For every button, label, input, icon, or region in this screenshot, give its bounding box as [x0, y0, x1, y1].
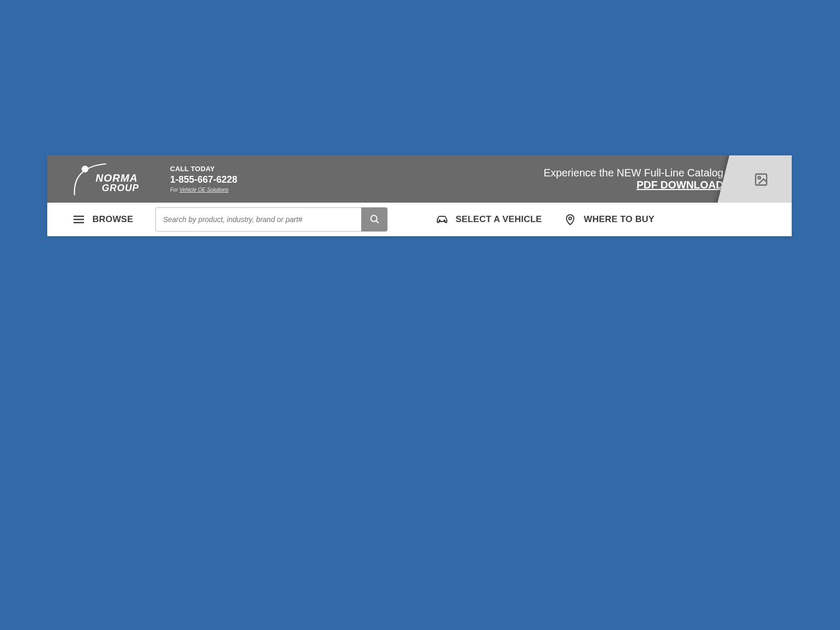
- car-icon: [436, 213, 448, 226]
- select-vehicle-label: SELECT A VEHICLE: [456, 214, 542, 225]
- call-today-block: CALL TODAY 1-855-667-6228 For Vehicle OE…: [170, 165, 237, 193]
- search-icon: [369, 214, 380, 226]
- svg-point-12: [569, 217, 572, 219]
- svg-line-9: [376, 220, 378, 223]
- site-header: NORMA GROUP CALL TODAY 1-855-667-6228 Fo…: [47, 155, 792, 236]
- browse-menu[interactable]: BROWSE: [72, 213, 133, 226]
- svg-text:GROUP: GROUP: [102, 183, 139, 193]
- where-to-buy-button[interactable]: WHERE TO BUY: [564, 213, 654, 226]
- call-label: CALL TODAY: [170, 165, 237, 173]
- navbar: BROWSE SELECT: [47, 203, 792, 236]
- brand-logo[interactable]: NORMA GROUP: [68, 161, 147, 197]
- search-form: [155, 207, 387, 232]
- browse-label: BROWSE: [92, 214, 133, 225]
- catalog-promo-text: Experience the NEW Full-Line Catalog: [544, 167, 723, 179]
- catalog-thumbnail-panel[interactable]: [717, 155, 792, 203]
- call-subtext: For Vehicle OE Solutions: [170, 187, 237, 193]
- svg-point-0: [82, 166, 89, 173]
- svg-point-10: [439, 220, 440, 221]
- hamburger-icon: [72, 213, 85, 226]
- search-input[interactable]: [155, 207, 361, 232]
- image-placeholder-icon: [754, 172, 769, 187]
- svg-text:NORMA: NORMA: [96, 172, 138, 184]
- pdf-download-link[interactable]: PDF DOWNLOAD: [544, 179, 723, 191]
- svg-point-11: [444, 220, 445, 221]
- search-button[interactable]: [361, 207, 387, 232]
- map-pin-icon: [564, 213, 576, 226]
- where-to-buy-label: WHERE TO BUY: [584, 214, 654, 225]
- call-phone-number[interactable]: 1-855-667-6228: [170, 174, 237, 185]
- topbar: NORMA GROUP CALL TODAY 1-855-667-6228 Fo…: [47, 155, 792, 203]
- select-vehicle-button[interactable]: SELECT A VEHICLE: [436, 213, 542, 226]
- svg-point-4: [758, 176, 761, 179]
- vehicle-oe-solutions-link[interactable]: Vehicle OE Solutions: [180, 187, 229, 193]
